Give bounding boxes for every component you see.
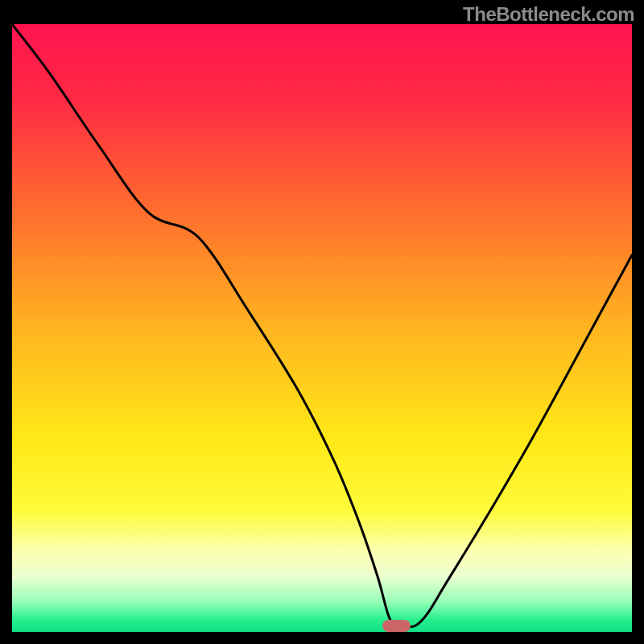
plot-area xyxy=(12,24,632,632)
optimal-marker-pill xyxy=(382,620,411,632)
bottleneck-curve xyxy=(12,24,632,632)
watermark-label: TheBottleneck.com xyxy=(463,3,634,26)
chart-frame: TheBottleneck.com xyxy=(0,0,644,644)
